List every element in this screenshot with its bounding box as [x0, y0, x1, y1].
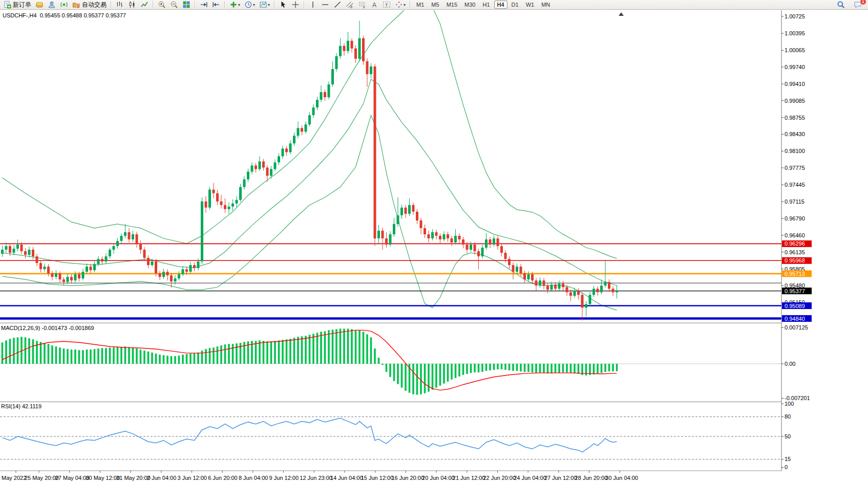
crosshair-button[interactable]	[290, 0, 301, 10]
zoom-in-button[interactable]	[156, 0, 167, 10]
time-axis-label: 30 Jun 04:00	[605, 475, 638, 481]
zoom-out-icon	[170, 1, 178, 9]
timeframe-m1-button[interactable]: M1	[413, 1, 427, 9]
price-axis-label: 0.96135	[785, 249, 805, 255]
equidistant-channel-button[interactable]: E	[344, 0, 355, 10]
rsi-scale-label: 50	[785, 433, 791, 439]
text-a-icon: A	[370, 1, 378, 9]
candles-layer	[1, 21, 618, 321]
price-axis-label: 1.00395	[785, 30, 805, 36]
price-axis[interactable]: 1.007251.003951.000650.997400.994100.990…	[781, 13, 812, 470]
svg-text:A: A	[372, 2, 376, 9]
vertical-line-button[interactable]	[307, 0, 319, 10]
price-axis-label: 0.97445	[785, 182, 805, 188]
time-axis-label: 28 Jun 20:00	[575, 475, 608, 481]
timeframe-m30-button[interactable]: M30	[461, 1, 478, 9]
time-axis-label: May 2022	[2, 475, 26, 481]
auto-scroll-button[interactable]	[198, 0, 209, 10]
price-axis-label: 0.99410	[785, 81, 805, 87]
timeframe-h1-button[interactable]: H1	[479, 1, 493, 9]
macd-panel	[0, 328, 781, 394]
dropdown-caret-icon[interactable]: ▾	[238, 3, 240, 7]
time-axis-label: 27 Jun 12:00	[544, 475, 577, 481]
market-watch-button[interactable]	[34, 0, 45, 10]
candles-icon	[128, 1, 136, 9]
arrows-icon	[395, 1, 403, 9]
fibonacci-button[interactable]: F	[356, 0, 368, 10]
notification-badge: 1	[860, 0, 866, 5]
horizontal-line-button[interactable]	[320, 0, 331, 10]
macd-scale-label: 0.00	[785, 361, 795, 367]
auto-trading-button[interactable]: 自动交易	[71, 0, 108, 10]
cursor-button[interactable]	[278, 0, 289, 10]
time-axis[interactable]: May 202225 May 20:0027 May 04:0030 May 1…	[2, 471, 638, 481]
svg-text:T: T	[385, 3, 388, 8]
timeframe-mn-button[interactable]: MN	[538, 1, 553, 9]
price-axis-label: 0.96460	[785, 232, 805, 238]
price-axis-label: 0.99740	[785, 64, 805, 70]
timeframe-d1-button[interactable]: D1	[509, 1, 522, 9]
price-axis-label: 0.97775	[785, 165, 805, 171]
price-axis-label: 1.00725	[785, 13, 805, 19]
horizontal-level-lines[interactable]	[0, 244, 781, 318]
dropdown-caret-icon[interactable]: ▾	[253, 3, 255, 7]
templates-button[interactable]: ▾	[258, 0, 271, 10]
candlestick-chart-button[interactable]	[126, 0, 138, 10]
toolbar-separator	[410, 1, 411, 8]
person-icon	[48, 1, 56, 9]
line-chart-button[interactable]	[139, 0, 150, 10]
signal-icon	[60, 1, 68, 9]
tiles-icon	[182, 1, 190, 9]
autotrade-icon	[72, 1, 80, 9]
time-axis-label: 3 Jun 12:00	[178, 475, 207, 481]
time-axis-label: 14 Jun 04:00	[330, 475, 363, 481]
autoscroll-icon	[200, 1, 208, 9]
timeframe-m5-button[interactable]: M5	[428, 1, 442, 9]
toolbar-separator	[153, 1, 154, 8]
shift-icon	[212, 1, 220, 9]
timeframe-h4-button[interactable]: H4	[494, 1, 507, 9]
new-order-button[interactable]: 新订单	[2, 0, 33, 10]
text-label-button[interactable]: T	[381, 0, 392, 10]
indicators-button[interactable]: ▾	[228, 0, 242, 10]
price-badge-value: 0.95089	[785, 303, 805, 309]
text-button[interactable]: A	[369, 0, 380, 10]
new-order-button-label: 新订单	[13, 1, 31, 9]
time-axis-label: 31 May 20:00	[116, 475, 151, 481]
chart-shift-marker-icon[interactable]	[619, 12, 624, 16]
data-window-button[interactable]	[46, 0, 57, 10]
tile-windows-button[interactable]	[181, 0, 192, 10]
toolbar-separator	[111, 1, 112, 8]
search-icon	[837, 1, 845, 9]
dropdown-caret-icon[interactable]: ▾	[268, 3, 270, 7]
chart-canvas[interactable]: 1.007251.003951.000650.997400.994100.990…	[0, 0, 868, 484]
trendline-button[interactable]	[332, 0, 343, 10]
chat-button[interactable]: 1	[852, 0, 863, 10]
zoom-out-button[interactable]	[168, 0, 180, 10]
toolbar-separator	[304, 1, 305, 8]
bar-chart-button[interactable]	[114, 0, 125, 10]
timeframe-w1-button[interactable]: W1	[523, 1, 538, 9]
bollinger-middle-band	[3, 79, 617, 285]
rsi-line	[3, 418, 617, 452]
rsi-scale-label: 100	[785, 401, 794, 407]
main-toolbar: 新订单自动交易▾▾▾EFAT▾M1M5M15M30H1H4D1W1MN1	[0, 0, 868, 10]
rsi-scale-label: 0	[785, 464, 788, 470]
chart-shift-button[interactable]	[210, 0, 222, 10]
search-button[interactable]	[835, 0, 846, 10]
toolbar-separator	[224, 1, 225, 8]
time-axis-label: 20 Jun 04:00	[422, 475, 455, 481]
price-badge-value: 0.95377	[785, 288, 805, 294]
toolbar-separator	[195, 1, 196, 8]
periods-button[interactable]: ▾	[243, 0, 257, 10]
timeframe-m15-button[interactable]: M15	[443, 1, 460, 9]
bollinger-upper-band	[3, 0, 617, 258]
rsi-scale-label: 80	[785, 413, 791, 420]
signals-button[interactable]	[58, 0, 70, 10]
arrows-button[interactable]: ▾	[393, 0, 407, 10]
fibo-icon: F	[358, 1, 366, 9]
dropdown-caret-icon[interactable]: ▾	[404, 3, 406, 7]
rsi-panel	[0, 417, 781, 459]
price-axis-label: 0.98430	[785, 131, 805, 137]
toolbar-separator	[274, 1, 275, 8]
